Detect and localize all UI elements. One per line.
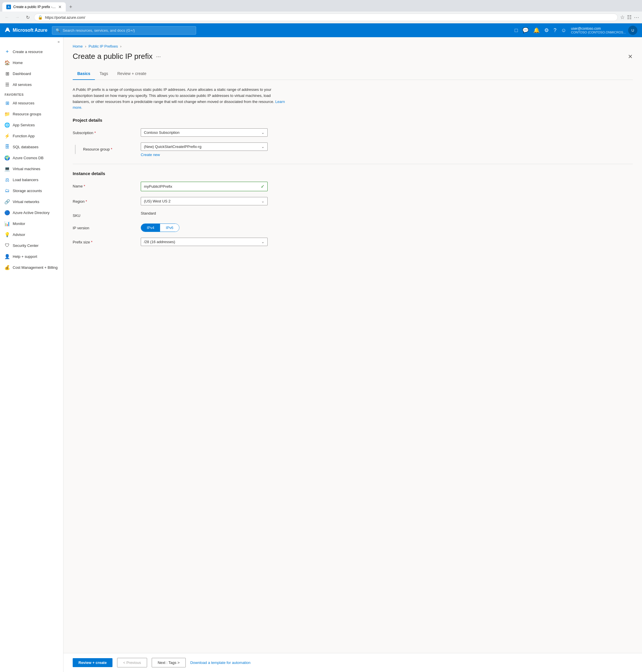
ipv6-button[interactable]: IPv6 [160, 224, 179, 232]
sidebar-cosmos-db-label: Azure Cosmos DB [13, 156, 43, 160]
cosmos-db-icon: 🌍 [4, 155, 10, 160]
tab-tags[interactable]: Tags [95, 68, 113, 80]
sidebar-resource-groups-label: Resource groups [13, 112, 41, 116]
address-url: https://portal.azure.com/ [45, 15, 614, 20]
sidebar-item-storage-accounts[interactable]: 🗂 Storage accounts [0, 185, 63, 196]
security-center-icon: 🛡 [4, 243, 10, 248]
search-icon: 🔍 [56, 28, 60, 33]
sidebar-item-sql-databases[interactable]: 🗄 SQL databases [0, 141, 63, 152]
prefix-size-required: * [91, 240, 93, 244]
azure-logo-icon [4, 27, 10, 33]
sidebar-item-monitor[interactable]: 📊 Monitor [0, 218, 63, 229]
resource-group-label: Resource group * [73, 142, 136, 154]
breadcrumb-public-ip-prefixes[interactable]: Public IP Prefixes [89, 44, 118, 49]
previous-button[interactable]: < Previous [117, 658, 147, 668]
sidebar-item-all-resources[interactable]: ⊞ All resources [0, 98, 63, 108]
user-menu[interactable]: user@contoso.com CONTOSO (CONTOSO.ONMICR… [571, 26, 638, 35]
sidebar-item-dashboard[interactable]: ⊞ Dashboard [0, 68, 63, 79]
download-template-button[interactable]: Download a template for automation [190, 658, 251, 667]
browser-tab[interactable]: A Create a public IP prefix - Micr... ✕ [2, 2, 66, 12]
new-tab-button[interactable]: + [67, 3, 75, 11]
subscription-select[interactable]: Contoso Subscription ⌄ [141, 128, 268, 137]
sidebar-cost-management-label: Cost Management + Billing [13, 265, 58, 270]
sidebar-item-create-resource[interactable]: + Create a resource [0, 46, 63, 57]
sidebar-security-center-label: Security Center [13, 243, 39, 248]
form-tabs: Basics Tags Review + create [73, 68, 633, 80]
region-select[interactable]: (US) West US 2 ⌄ [141, 197, 268, 205]
next-button[interactable]: Next : Tags > [152, 658, 186, 668]
sidebar-item-resource-groups[interactable]: 📁 Resource groups [0, 108, 63, 119]
breadcrumb-home[interactable]: Home [73, 44, 83, 49]
avatar[interactable]: U [628, 26, 638, 35]
ipv4-button[interactable]: IPv4 [141, 224, 160, 232]
azure-header: Microsoft Azure 🔍 Search resources, serv… [0, 23, 642, 37]
more-options-button[interactable]: ··· [156, 53, 161, 60]
header-icons: □ 💬 🔔 ⚙ ? ☺ user@contoso.com CONTOSO (CO… [514, 26, 638, 35]
sku-row: SKU Standard [73, 211, 633, 218]
browser-collections-icon[interactable]: ☷ [627, 14, 632, 21]
resource-group-value: (New) QuickStartCreateIPPrefix-rg [144, 144, 201, 149]
prefix-size-arrow-icon: ⌄ [261, 240, 265, 244]
tab-close-icon[interactable]: ✕ [58, 4, 62, 9]
rg-required: * [111, 147, 112, 152]
settings-icon[interactable]: ⚙ [544, 27, 549, 34]
feedback-icon[interactable]: 💬 [522, 27, 529, 34]
sidebar-item-load-balancers[interactable]: ⚖ Load balancers [0, 174, 63, 185]
subscription-required: * [94, 131, 96, 135]
ip-version-label: IP version [73, 223, 136, 230]
help-icon[interactable]: ? [553, 27, 556, 34]
azure-search-bar[interactable]: 🔍 Search resources, services, and docs (… [52, 26, 196, 35]
notifications-icon[interactable]: 🔔 [533, 27, 540, 34]
sidebar-item-app-services[interactable]: 🌐 App Services [0, 119, 63, 130]
cloud-shell-icon[interactable]: □ [514, 27, 518, 34]
collapse-icon: « [58, 39, 60, 44]
create-new-link[interactable]: Create new [141, 153, 268, 157]
sidebar-create-resource-label: Create a resource [13, 50, 43, 54]
sidebar-item-all-services[interactable]: ☰ All services [0, 79, 63, 90]
resource-group-select[interactable]: (New) QuickStartCreateIPPrefix-rg ⌄ [141, 142, 268, 151]
sidebar-virtual-machines-label: Virtual machines [13, 167, 40, 171]
storage-accounts-icon: 🗂 [4, 188, 10, 193]
sidebar-item-help-support[interactable]: 👤 Help + support [0, 251, 63, 262]
all-resources-icon: ⊞ [4, 100, 10, 106]
browser-favorites-icon[interactable]: ☆ [620, 14, 625, 21]
region-control: (US) West US 2 ⌄ [141, 197, 268, 205]
close-button[interactable]: ✕ [628, 53, 633, 60]
browser-menu-icon[interactable]: ⋯ [634, 14, 639, 21]
name-value: myPublicIPPrefix [144, 184, 172, 189]
azure-logo[interactable]: Microsoft Azure [4, 27, 47, 33]
app-services-icon: 🌐 [4, 122, 10, 128]
name-valid-icon: ✓ [261, 184, 265, 189]
sidebar-item-virtual-machines[interactable]: 💻 Virtual machines [0, 163, 63, 174]
sidebar-item-cost-management[interactable]: 💰 Cost Management + Billing [0, 262, 63, 273]
reload-button[interactable]: ↻ [24, 13, 32, 21]
back-button[interactable]: ← [3, 13, 11, 21]
user-email: user@contoso.com [571, 27, 626, 30]
tab-review-create[interactable]: Review + create [113, 68, 151, 80]
subscription-arrow-icon: ⌄ [261, 130, 265, 135]
prefix-size-value: /28 (16 addresses) [144, 240, 175, 244]
name-input[interactable]: myPublicIPPrefix ✓ [141, 182, 268, 191]
sidebar-help-support-label: Help + support [13, 254, 37, 259]
subscription-label: Subscription * [73, 128, 136, 135]
sidebar-collapse-button[interactable]: « [0, 37, 63, 46]
sidebar-item-advisor[interactable]: 💡 Advisor [0, 229, 63, 240]
prefix-size-select[interactable]: /28 (16 addresses) ⌄ [141, 238, 268, 246]
description-text: A Public IP prefix is a range of contigu… [73, 87, 289, 111]
sidebar-item-home[interactable]: 🏠 Home [0, 57, 63, 68]
tab-basics[interactable]: Basics [73, 68, 95, 80]
smiley-icon[interactable]: ☺ [561, 27, 566, 34]
aad-icon: 🔵 [4, 210, 10, 215]
sidebar: « + Create a resource 🏠 Home ⊞ Dashboard… [0, 37, 63, 672]
plus-icon: + [4, 49, 10, 54]
sidebar-item-azure-active-directory[interactable]: 🔵 Azure Active Directory [0, 207, 63, 218]
virtual-machines-icon: 💻 [4, 166, 10, 171]
forward-button[interactable]: → [13, 13, 21, 21]
sidebar-item-function-app[interactable]: ⚡ Function App [0, 130, 63, 141]
sidebar-item-security-center[interactable]: 🛡 Security Center [0, 240, 63, 251]
review-create-button[interactable]: Review + create [73, 658, 113, 667]
sidebar-item-virtual-networks[interactable]: 🔗 Virtual networks [0, 196, 63, 207]
sidebar-item-azure-cosmos-db[interactable]: 🌍 Azure Cosmos DB [0, 152, 63, 163]
azure-logo-text: Microsoft Azure [13, 28, 47, 33]
address-bar[interactable]: 🔒 https://portal.azure.com/ [34, 14, 618, 21]
